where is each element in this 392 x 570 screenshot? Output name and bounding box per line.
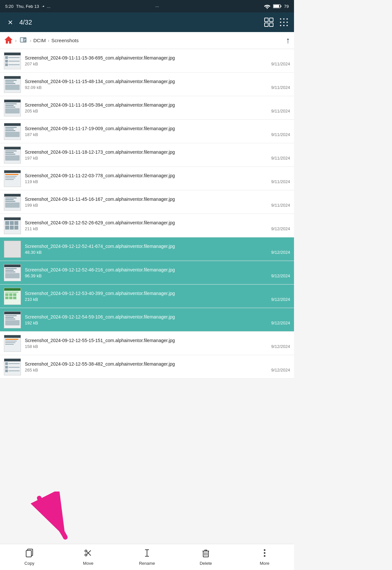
wifi-icon [264,4,270,9]
breadcrumb-sep-3: › [48,38,49,43]
breadcrumb-screenshots[interactable]: Screenshots [51,38,78,43]
file-name: Screenshot_2024-09-11-11-45-16-167_com.a… [25,197,290,202]
file-meta: 197 kB9/11/2024 [25,156,290,161]
file-date: 9/12/2024 [271,368,290,372]
file-date: 9/12/2024 [271,344,290,349]
file-size: 197 kB [25,156,38,161]
file-date: 9/12/2024 [271,250,290,255]
file-info: Screenshot_2024-09-11-11-15-48-134_com.a… [25,79,290,90]
file-meta: 205 kB9/11/2024 [25,109,290,113]
file-meta: 207 kB9/11/2024 [25,61,290,66]
svg-rect-21 [24,41,25,41]
file-item[interactable]: Screenshot_2024-09-12-12-54-59-106_com.a… [0,308,294,332]
file-item[interactable]: Screenshot_2024-09-11-11-22-03-778_com.a… [0,167,294,190]
file-size: 48.30 kB [25,250,41,255]
battery-icon [273,4,282,9]
close-button[interactable]: × [5,16,15,29]
svg-point-13 [286,22,288,23]
file-item[interactable]: Screenshot_2024-09-12-12-52-41-674_com.a… [0,237,294,261]
file-date: 9/11/2024 [271,132,290,137]
delete-button[interactable]: Delete [176,544,235,570]
battery-pct: 79 [284,4,289,9]
file-item[interactable]: Screenshot_2024-09-11-11-15-36-695_com.a… [0,49,294,73]
file-item[interactable]: Screenshot_2024-09-11-11-17-19-009_com.a… [0,120,294,143]
rename-button[interactable]: Rename [118,544,176,570]
svg-point-15 [283,25,285,26]
file-date: 9/11/2024 [271,156,290,161]
file-info: Screenshot_2024-09-12-12-54-59-106_com.a… [25,314,290,325]
selection-count: 4/32 [19,19,260,26]
storage-icon[interactable] [19,35,28,46]
more-label: More [260,561,270,566]
file-info: Screenshot_2024-09-12-12-55-15-151_com.a… [25,338,290,349]
svg-point-14 [280,25,281,26]
file-date: 9/11/2024 [271,109,290,113]
file-size: 92.09 kB [25,85,41,90]
file-info: Screenshot_2024-09-12-12-55-38-482_com.a… [25,361,290,372]
status-bar: 5:20 Thu, Feb 13 ·• ... ··· 79 [0,0,294,12]
status-time: 5:20 [5,4,13,9]
file-name: Screenshot_2024-09-11-11-22-03-778_com.a… [25,173,290,178]
move-button[interactable]: Move [59,544,118,570]
arrow-overlay [20,492,85,544]
more-icon [260,548,269,560]
file-item[interactable]: Screenshot_2024-09-12-12-55-38-482_com.a… [0,355,294,379]
file-date: 9/12/2024 [271,320,290,325]
dot-grid-icon[interactable] [279,17,289,27]
file-name: Screenshot_2024-09-12-12-55-38-482_com.a… [25,361,290,367]
copy-button[interactable]: Copy [0,544,59,570]
file-date: 9/12/2024 [271,226,290,231]
svg-rect-3 [273,5,279,8]
file-info: Screenshot_2024-09-12-12-52-26-629_com.a… [25,220,290,231]
file-name: Screenshot_2024-09-11-11-15-48-134_com.a… [25,79,290,84]
file-size: 211 kB [25,226,38,231]
file-meta: 187 kB9/11/2024 [25,132,290,137]
breadcrumb-dcim[interactable]: DCIM [33,38,46,43]
file-name: Screenshot_2024-09-12-12-52-26-629_com.a… [25,220,290,225]
file-meta: 192 kB9/12/2024 [25,320,290,325]
file-item[interactable]: Screenshot_2024-09-12-12-52-26-629_com.a… [0,214,294,237]
file-meta: 96.39 kB9/12/2024 [25,273,290,278]
file-item[interactable]: Screenshot_2024-09-11-11-15-48-134_com.a… [0,73,294,96]
file-item[interactable]: Screenshot_2024-09-11-11-45-16-167_com.a… [0,190,294,214]
status-dots: ·• [41,4,44,9]
file-date: 9/12/2024 [271,297,290,302]
up-button[interactable]: ↑ [286,35,290,45]
file-size: 158 kB [25,344,38,349]
file-info: Screenshot_2024-09-11-11-18-12-173_com.a… [25,149,290,161]
file-info: Screenshot_2024-09-11-11-45-16-167_com.a… [25,197,290,208]
file-info: Screenshot_2024-09-11-11-22-03-778_com.a… [25,173,290,184]
file-meta: 210 kB9/12/2024 [25,297,290,302]
file-name: Screenshot_2024-09-11-11-17-19-009_com.a… [25,126,290,131]
file-info: Screenshot_2024-09-12-12-52-46-216_com.a… [25,267,290,278]
file-item[interactable]: Screenshot_2024-09-12-12-55-15-151_com.a… [0,332,294,355]
file-date: 9/11/2024 [271,179,290,184]
svg-point-37 [264,549,266,551]
svg-point-39 [264,555,266,557]
home-icon[interactable] [4,35,13,46]
file-size: 210 kB [25,297,38,302]
file-info: Screenshot_2024-09-11-11-15-36-695_com.a… [25,55,290,66]
more-button[interactable]: More [235,544,294,570]
file-item[interactable]: Screenshot_2024-09-11-11-16-05-394_com.a… [0,96,294,120]
file-size: 265 kB [25,368,38,372]
file-meta: 119 kB9/11/2024 [25,179,290,184]
file-date: 9/11/2024 [271,85,290,90]
delete-icon [201,548,210,560]
breadcrumb: › › DCIM › Screenshots ↑ [0,32,294,49]
file-item[interactable]: Screenshot_2024-09-11-11-18-12-173_com.a… [0,143,294,167]
file-item[interactable]: Screenshot_2024-09-12-12-53-40-399_com.a… [0,285,294,308]
rename-label: Rename [139,561,155,566]
file-name: Screenshot_2024-09-11-11-16-05-394_com.a… [25,102,290,108]
grid-view-icon[interactable] [264,17,274,27]
move-icon [84,548,93,560]
svg-rect-7 [270,23,273,26]
status-center: ··· [155,4,159,9]
svg-point-10 [286,18,288,20]
file-meta: 211 kB9/12/2024 [25,226,290,231]
svg-marker-17 [5,36,12,43]
file-item[interactable]: Screenshot_2024-09-12-12-52-46-216_com.a… [0,261,294,285]
bottom-bar: Copy Move Rename [0,544,294,570]
copy-icon [25,548,34,560]
top-bar-icons [264,17,289,27]
